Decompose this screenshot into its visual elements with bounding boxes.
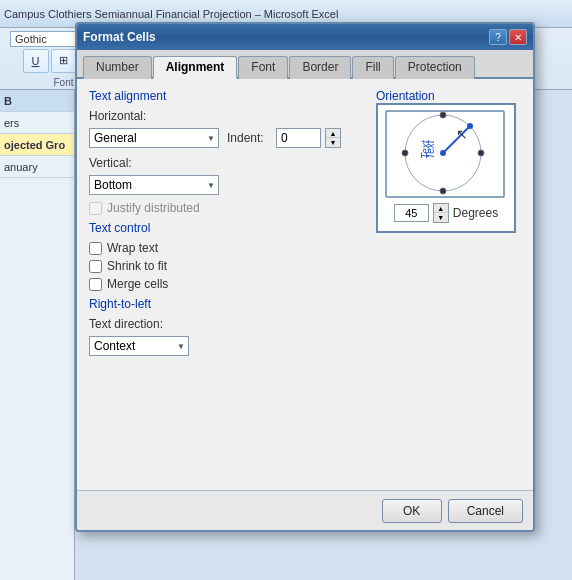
- text-direction-select-row: Context Left-to-Right Right-to-Left: [89, 336, 366, 356]
- horizontal-select-row: General Left (Indent) Center Right (Inde…: [89, 128, 366, 148]
- merge-cells-checkbox[interactable]: [89, 278, 102, 291]
- merge-cells-row: Merge cells: [89, 277, 366, 291]
- wrap-text-row: Wrap text: [89, 241, 366, 255]
- svg-point-8: [440, 150, 446, 156]
- tab-font[interactable]: Font: [238, 56, 288, 79]
- font-group-label: Font: [53, 77, 73, 88]
- vertical-label: Vertical:: [89, 156, 154, 170]
- indent-input[interactable]: [276, 128, 321, 148]
- horizontal-row: Horizontal:: [89, 109, 366, 123]
- degrees-input[interactable]: [394, 204, 429, 222]
- ok-button[interactable]: OK: [382, 499, 442, 523]
- tab-protection[interactable]: Protection: [395, 56, 475, 79]
- horizontal-label: Horizontal:: [89, 109, 154, 123]
- shrink-to-fit-row: Shrink to fit: [89, 259, 366, 273]
- vertical-row: Vertical:: [89, 156, 366, 170]
- justify-distributed-row: Justify distributed: [89, 201, 366, 215]
- text-direction-select-wrapper: Context Left-to-Right Right-to-Left: [89, 336, 189, 356]
- text-direction-select[interactable]: Context Left-to-Right Right-to-Left: [89, 336, 189, 356]
- svg-text:↖: ↖: [456, 126, 468, 142]
- degrees-row: ▲ ▼ Degrees: [394, 203, 498, 223]
- text-alignment-section-label: Text alignment: [89, 89, 366, 103]
- vertical-select-row: Top Center Bottom Justify: [89, 175, 366, 195]
- tab-number[interactable]: Number: [83, 56, 152, 79]
- vertical-select[interactable]: Top Center Bottom Justify: [89, 175, 219, 195]
- font-name-input[interactable]: [10, 31, 80, 47]
- degrees-spinner[interactable]: ▲ ▼: [433, 203, 449, 223]
- degrees-down-arrow[interactable]: ▼: [434, 213, 448, 222]
- indent-down-arrow[interactable]: ▼: [326, 138, 340, 147]
- merge-cells-label: Merge cells: [107, 277, 168, 291]
- text-direction-label: Text direction:: [89, 317, 163, 331]
- dialog-body: Text alignment Horizontal: General Left …: [77, 79, 533, 487]
- main-content: Text alignment Horizontal: General Left …: [89, 89, 521, 361]
- tab-alignment[interactable]: Alignment: [153, 56, 238, 79]
- text-control-section-label: Text control: [89, 221, 366, 235]
- degrees-label: Degrees: [453, 206, 498, 220]
- wrap-text-label: Wrap text: [107, 241, 158, 255]
- horizontal-select[interactable]: General Left (Indent) Center Right (Inde…: [89, 128, 219, 148]
- format-cells-dialog: Format Cells ? ✕ Number Alignment Font B…: [75, 22, 535, 532]
- shrink-to-fit-label: Shrink to fit: [107, 259, 167, 273]
- cell-row-1: ers: [0, 112, 74, 134]
- indent-row: Indent: ▲ ▼: [227, 128, 341, 148]
- orientation-section-label: Orientation: [376, 89, 435, 103]
- excel-cells-sidebar: B ers ojected Gro anuary: [0, 90, 75, 580]
- shrink-to-fit-checkbox[interactable]: [89, 260, 102, 273]
- text-direction-row: Text direction:: [89, 317, 366, 331]
- cell-row-3: anuary: [0, 156, 74, 178]
- border-button[interactable]: ⊞: [51, 49, 77, 73]
- svg-point-5: [402, 150, 408, 156]
- indent-up-arrow[interactable]: ▲: [326, 129, 340, 138]
- left-column: Text alignment Horizontal: General Left …: [89, 89, 366, 361]
- svg-point-4: [440, 188, 446, 194]
- wrap-text-checkbox[interactable]: [89, 242, 102, 255]
- dialog-titlebar: Format Cells ? ✕: [77, 24, 533, 50]
- tab-border[interactable]: Border: [289, 56, 351, 79]
- close-button[interactable]: ✕: [509, 29, 527, 45]
- orientation-box: Text Text ↖ ▲ ▼ Degrees: [376, 103, 516, 233]
- orientation-svg: Text Text ↖: [381, 109, 511, 199]
- degrees-up-arrow[interactable]: ▲: [434, 204, 448, 213]
- underline-button[interactable]: U: [23, 49, 49, 73]
- dialog-footer: OK Cancel: [77, 490, 533, 530]
- tab-fill[interactable]: Fill: [352, 56, 393, 79]
- svg-point-3: [478, 150, 484, 156]
- horizontal-select-wrapper: General Left (Indent) Center Right (Inde…: [89, 128, 219, 148]
- dialog-controls: ? ✕: [489, 29, 527, 45]
- right-column: Orientation: [376, 89, 521, 361]
- cell-row-b: B: [0, 90, 74, 112]
- svg-text:Text: Text: [425, 139, 436, 159]
- cell-row-2: ojected Gro: [0, 134, 74, 156]
- help-button[interactable]: ?: [489, 29, 507, 45]
- svg-point-2: [440, 112, 446, 118]
- app-title: Campus Clothiers Semiannual Financial Pr…: [4, 8, 338, 20]
- justify-distributed-checkbox[interactable]: [89, 202, 102, 215]
- cancel-button[interactable]: Cancel: [448, 499, 523, 523]
- justify-distributed-label: Justify distributed: [107, 201, 200, 215]
- tab-bar: Number Alignment Font Border Fill Protec…: [77, 50, 533, 79]
- indent-label: Indent:: [227, 131, 272, 145]
- right-to-left-section-label: Right-to-left: [89, 297, 366, 311]
- vertical-select-wrapper: Top Center Bottom Justify: [89, 175, 219, 195]
- dialog-title: Format Cells: [83, 30, 156, 44]
- indent-spinner[interactable]: ▲ ▼: [325, 128, 341, 148]
